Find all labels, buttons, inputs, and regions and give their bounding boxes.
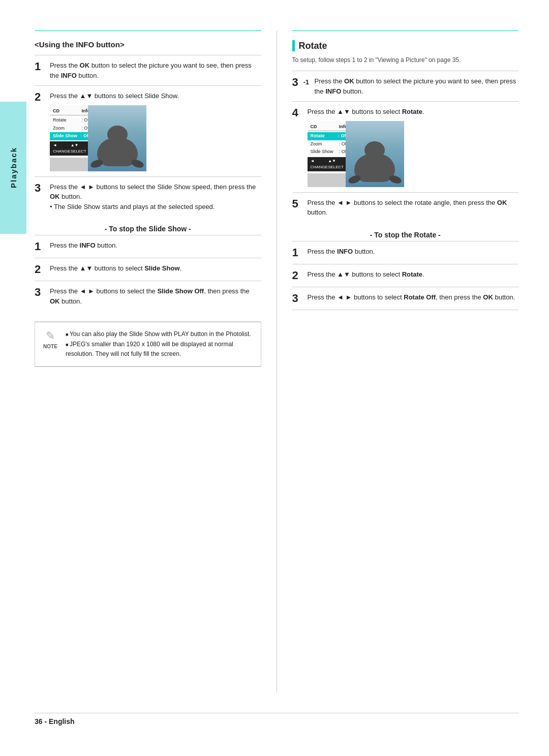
menu-item-rotate: Rotate: Off [50, 116, 93, 125]
left-step-2: 2 Press the ▲▼ buttons to select Slide S… [35, 85, 261, 176]
menu-rotate-header-left: CD [311, 124, 317, 131]
menu-item-zoom: Zoom: Off [50, 125, 93, 133]
menu-footer: ◄ CHANGE▲▼ SELECT [50, 141, 93, 156]
rotate-bar-icon [292, 40, 295, 51]
step-3-sub: -1 [303, 78, 310, 86]
right-step-5: 5 Press the ◄ ► buttons to select the ro… [292, 192, 519, 223]
menu-item-slideshow: Slide Show: Off [50, 132, 93, 140]
step-number-3: 3 [35, 182, 46, 194]
rot-stop-step-2-content: Press the ▲▼ buttons to select Rotate. [308, 269, 519, 280]
page-footer: 36 - English [35, 713, 518, 725]
rotate-title-text: Rotate [299, 41, 327, 51]
right-step-3-1: 3 -1 Press the OK button to select the p… [292, 71, 519, 101]
menu-header: CD Info [50, 107, 93, 116]
rot-stop-step-number-2: 2 [292, 269, 303, 282]
menu-header-left: CD [53, 108, 59, 115]
stop-rotate-step-1: 1 Press the INFO button. [292, 241, 519, 264]
menu-rotate-item-rotate: Rotate: Off [308, 132, 351, 140]
right-step-4: 4 Press the ▲▼ buttons to select Rotate.… [292, 101, 519, 192]
playback-sidebar: Playback [0, 102, 26, 234]
step-number-5: 5 [292, 198, 303, 210]
stop-step-number-3: 3 [35, 286, 46, 298]
pencil-icon: ✎ [46, 329, 55, 343]
menu-header-rotate: CD Info [308, 123, 351, 132]
stop-slideshow-step-2: 2 Press the ▲▼ buttons to select Slide S… [35, 258, 261, 281]
rot-stop-step-3-content: Press the ◄ ► buttons to select Rotate O… [308, 292, 519, 303]
left-step-1: 1 Press the OK button to select the pict… [35, 55, 261, 85]
note-item-1: You can also play the Slide Show with PL… [66, 329, 254, 339]
note-item-2: JPEG's smaller than 1920 x 1080 will be … [66, 340, 254, 359]
step-number-4: 4 [292, 107, 303, 119]
stop-slideshow-header: - To stop the Slide Show - [35, 225, 261, 233]
stop-step-1-content: Press the INFO button. [50, 240, 261, 251]
rot-stop-step-number-3: 3 [292, 292, 303, 305]
note-content: You can also play the Slide Show with PL… [66, 329, 254, 359]
page-label: 36 - English [35, 717, 75, 725]
playback-label: Playback [9, 147, 18, 188]
menu-rotate-item-slideshow: Slide Show: Off [308, 148, 351, 156]
step-3-1-content: Press the OK button to select the pictur… [315, 76, 519, 96]
screenshot-slide-show: CD Info Rotate: Off Zoom: Off Slide Show… [50, 105, 146, 171]
step-number-1: 1 [35, 61, 46, 73]
stop-step-number-1: 1 [35, 240, 46, 253]
left-step-3: 3 Press the ◄ ► buttons to select the Sl… [35, 176, 261, 217]
rot-stop-step-number-1: 1 [292, 247, 303, 259]
menu-rotate-item-zoom: Zoom: Off [308, 140, 351, 148]
step-number-2: 2 [35, 91, 46, 103]
menu-rotate-footer: ◄ CHANGE▲▼ SELECT [308, 157, 351, 171]
using-info-header: <Using the INFO button> [35, 40, 261, 49]
rotate-section-title: Rotate [292, 40, 519, 51]
screenshot-rotate: CD Info Rotate: Off Zoom: Off Slide Show… [308, 121, 404, 187]
stop-step-2-content: Press the ▲▼ buttons to select Slide Sho… [50, 263, 261, 274]
stop-slideshow-step-1: 1 Press the INFO button. [35, 235, 261, 258]
seal-image-1 [88, 105, 146, 171]
stop-step-number-2: 2 [35, 263, 46, 276]
note-icon-area: ✎ NOTE [40, 329, 60, 349]
step-2-content: Press the ▲▼ buttons to select Slide Sho… [50, 91, 261, 171]
menu-overlay-rotate: CD Info Rotate: Off Zoom: Off Slide Show… [308, 121, 351, 173]
note-box: ✎ NOTE You can also play the Slide Show … [35, 321, 261, 367]
step-3-content: Press the ◄ ► buttons to select the Slid… [50, 182, 261, 212]
stop-step-3-content: Press the ◄ ► buttons to select the Slid… [50, 286, 261, 306]
step-4-content: Press the ▲▼ buttons to select Rotate. C… [308, 107, 519, 187]
rot-stop-step-1-content: Press the INFO button. [308, 247, 519, 257]
step-1-content: Press the OK button to select the pictur… [50, 61, 261, 80]
step-3-main: 3 [292, 76, 303, 88]
menu-overlay-slideshow: CD Info Rotate: Off Zoom: Off Slide Show… [50, 105, 93, 158]
seal-image-2 [346, 121, 404, 187]
setup-note: To setup, follow steps 1 to 2 in "Viewin… [292, 56, 519, 64]
stop-slideshow-step-3: 3 Press the ◄ ► buttons to select the Sl… [35, 281, 261, 311]
note-label: NOTE [43, 344, 57, 349]
right-column: Rotate To setup, follow steps 1 to 2 in … [277, 31, 519, 692]
stop-rotate-step-3: 3 Press the ◄ ► buttons to select Rotate… [292, 287, 519, 310]
stop-rotate-header: - To stop the Rotate - [292, 231, 519, 239]
left-column: <Using the INFO button> 1 Press the OK b… [35, 31, 277, 692]
step-5-content: Press the ◄ ► buttons to select the rota… [308, 198, 519, 218]
stop-rotate-step-2: 2 Press the ▲▼ buttons to select Rotate. [292, 264, 519, 287]
